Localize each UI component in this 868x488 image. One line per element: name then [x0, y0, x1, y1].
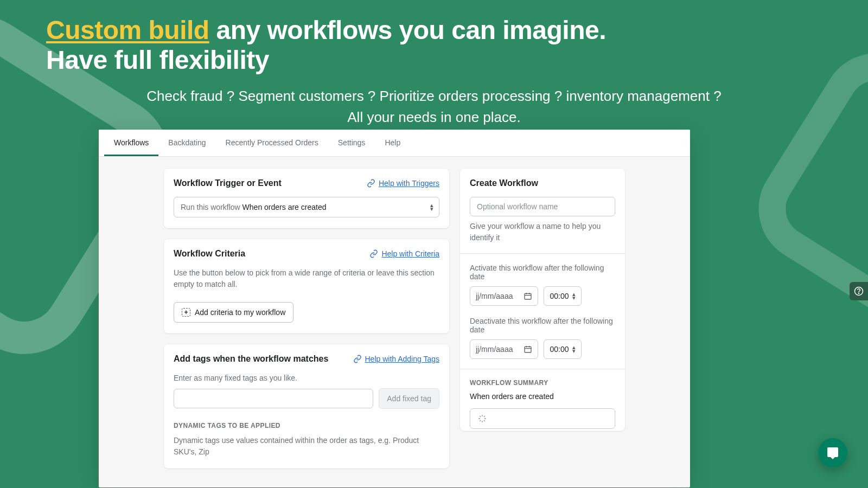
dynamic-tags-desc: Dynamic tags use values contained within… — [174, 435, 439, 458]
activate-date-input[interactable]: jj/mm/aaaa — [470, 286, 538, 306]
trigger-select[interactable]: Run this workflow When orders are create… — [174, 197, 439, 217]
create-title: Create Workflow — [470, 178, 615, 188]
tab-workflows[interactable]: Workflows — [104, 130, 158, 156]
hero-accent: Custom build — [46, 16, 209, 44]
divider — [460, 253, 625, 254]
tab-settings[interactable]: Settings — [328, 130, 375, 156]
svg-rect-1 — [525, 346, 531, 352]
add-dashed-icon: + — [182, 308, 190, 317]
activate-time-input[interactable]: 00:00 ▴▾ — [544, 286, 581, 306]
chevron-updown-icon: ▴▾ — [572, 345, 576, 352]
deactivate-date-input[interactable]: jj/mm/aaaa — [470, 339, 538, 359]
chevron-updown-icon: ▴▾ — [572, 292, 576, 299]
link-icon — [367, 179, 375, 188]
fixed-tag-input[interactable] — [174, 389, 373, 408]
criteria-desc: Use the button below to pick from a wide… — [174, 267, 439, 290]
link-icon — [353, 355, 362, 363]
workflow-name-input[interactable] — [470, 197, 615, 216]
svg-point-3 — [858, 293, 859, 293]
trigger-title: Workflow Trigger or Event — [174, 178, 282, 188]
right-column: Create Workflow Give your workflow a nam… — [460, 169, 625, 431]
divider — [460, 369, 625, 369]
help-triggers-link[interactable]: Help with Triggers — [367, 179, 439, 188]
create-workflow-card: Create Workflow Give your workflow a nam… — [460, 169, 625, 431]
spinner-icon — [478, 414, 487, 423]
question-icon — [854, 286, 864, 296]
add-criteria-button[interactable]: + Add criteria to my workflow — [174, 302, 293, 323]
chat-icon — [826, 446, 839, 459]
svg-rect-0 — [525, 293, 531, 299]
chat-fab[interactable] — [818, 438, 847, 467]
help-tags-link[interactable]: Help with Adding Tags — [353, 355, 440, 363]
criteria-card: Workflow Criteria Help with Criteria Use… — [164, 239, 449, 333]
tags-title: Add tags when the workflow matches — [174, 354, 328, 364]
trigger-card: Workflow Trigger or Event Help with Trig… — [164, 169, 449, 228]
tab-backdating[interactable]: Backdating — [158, 130, 215, 156]
hero-title: Custom build any workflows you can imagi… — [46, 15, 822, 75]
tab-recently-processed[interactable]: Recently Processed Orders — [216, 130, 328, 156]
dynamic-tags-heading: DYNAMIC TAGS TO BE APPLIED — [174, 422, 439, 429]
app-window: Workflows Backdating Recently Processed … — [99, 130, 690, 487]
deactivate-label: Deactivate this workflow after the follo… — [470, 317, 615, 334]
hero-subtitle: Check fraud ? Segment customers ? Priori… — [46, 86, 822, 128]
tab-bar: Workflows Backdating Recently Processed … — [99, 130, 690, 157]
summary-text: When orders are created — [470, 392, 615, 401]
summary-heading: WORKFLOW SUMMARY — [470, 379, 615, 387]
activate-label: Activate this workflow after the followi… — [470, 264, 615, 281]
deactivate-time-input[interactable]: 00:00 ▴▾ — [544, 339, 581, 359]
add-fixed-tag-button[interactable]: Add fixed tag — [379, 388, 439, 409]
tags-desc: Enter as many fixed tags as you like. — [174, 373, 439, 384]
link-icon — [369, 249, 378, 258]
tab-help[interactable]: Help — [375, 130, 410, 156]
chevron-updown-icon: ▴▾ — [430, 203, 433, 210]
content-area: Workflow Trigger or Event Help with Trig… — [99, 157, 690, 468]
help-criteria-link[interactable]: Help with Criteria — [369, 249, 439, 258]
left-column: Workflow Trigger or Event Help with Trig… — [164, 169, 449, 468]
help-side-button[interactable] — [850, 282, 868, 300]
criteria-title: Workflow Criteria — [174, 249, 245, 259]
calendar-icon — [524, 345, 532, 354]
hero-headline: Custom build any workflows you can imagi… — [0, 0, 868, 128]
workflow-name-help: Give your workflow a name to help you id… — [470, 221, 615, 243]
summary-action-row[interactable] — [470, 408, 615, 429]
tags-card: Add tags when the workflow matches Help … — [164, 344, 449, 468]
